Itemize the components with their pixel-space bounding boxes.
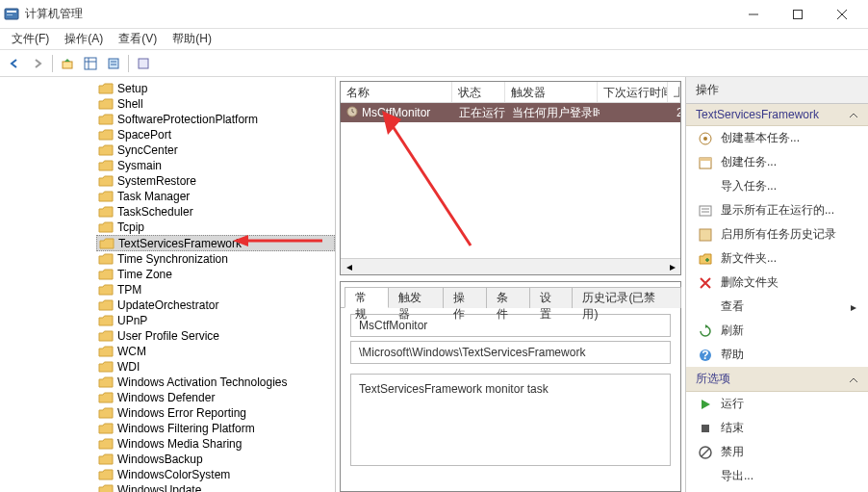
tree-item-windowscolorsystem[interactable]: WindowsColorSystem: [96, 467, 335, 482]
close-button[interactable]: [820, 0, 864, 29]
tab-triggers[interactable]: 触发器: [388, 287, 444, 308]
scroll-left-icon[interactable]: ◂: [341, 259, 357, 275]
action-run[interactable]: 运行: [686, 392, 868, 416]
action-help[interactable]: ? 帮助: [686, 343, 868, 367]
svg-text:?: ?: [702, 349, 708, 362]
forward-button[interactable]: [27, 53, 48, 74]
task-list-body[interactable]: MsCtfMonitor 正在运行 当任何用户登录时 2019: [341, 103, 680, 258]
tree-item-spaceport[interactable]: SpacePort: [96, 127, 335, 142]
tree-item-tcpip[interactable]: Tcpip: [96, 220, 335, 235]
tree-item-shell[interactable]: Shell: [96, 96, 335, 112]
tree-item-windows-filtering-platform[interactable]: Windows Filtering Platform: [96, 421, 335, 436]
tree-item-task-manager[interactable]: Task Manager: [96, 189, 335, 204]
tree-item-wcm[interactable]: WCM: [96, 344, 335, 359]
folder-icon: [98, 298, 114, 312]
scroll-right-icon[interactable]: ▸: [664, 259, 680, 275]
window-buttons: [731, 0, 864, 29]
tree-item-windowsbackup[interactable]: WindowsBackup: [96, 452, 335, 467]
view-list-button[interactable]: [80, 53, 101, 74]
chevron-right-icon: ▸: [851, 300, 856, 314]
folder-icon: [99, 237, 115, 250]
tree-item-taskscheduler[interactable]: TaskScheduler: [96, 204, 335, 220]
tree-item-windowsupdate[interactable]: WindowsUpdate: [96, 482, 335, 492]
tab-history[interactable]: 历史记录(已禁用): [572, 287, 681, 308]
action-properties[interactable]: 属性: [686, 488, 868, 492]
tree-item-label: TextServicesFramework: [118, 237, 242, 250]
col-triggers[interactable]: 触发器: [505, 82, 598, 102]
tree-item-windows-media-sharing[interactable]: Windows Media Sharing: [96, 436, 335, 452]
refresh-button[interactable]: [133, 53, 154, 74]
actions-panel1-title[interactable]: TextServicesFramework: [686, 104, 868, 126]
folder-icon: [98, 159, 114, 172]
action-import-task[interactable]: 导入任务...: [686, 174, 868, 198]
back-button[interactable]: [4, 53, 25, 74]
tree-item-synccenter[interactable]: SyncCenter: [96, 142, 335, 158]
action-delete-folder[interactable]: 删除文件夹: [686, 271, 868, 295]
menu-file[interactable]: 文件(F): [4, 29, 57, 49]
action-show-running[interactable]: 显示所有正在运行的...: [686, 198, 868, 222]
tree-item-wdi[interactable]: WDI: [96, 359, 335, 375]
tree-item-label: UPnP: [117, 314, 147, 327]
minimize-button[interactable]: [731, 0, 776, 29]
tab-content-general: MsCtfMonitor \Microsoft\Windows\TextServ…: [341, 307, 680, 491]
details-tabs: 常规 触发器 操作 条件 设置 历史记录(已禁用): [341, 282, 680, 307]
end-icon: [698, 421, 713, 436]
tab-general[interactable]: 常规: [345, 287, 389, 308]
folder-icon: [98, 406, 114, 420]
col-status[interactable]: 状态: [452, 82, 505, 102]
tree-item-windows-activation-technologies[interactable]: Windows Activation Technologies: [96, 375, 335, 390]
detail-description: TextServicesFramework monitor task: [350, 374, 671, 466]
tree-item-systemrestore[interactable]: SystemRestore: [96, 173, 335, 189]
maximize-button[interactable]: [776, 0, 820, 29]
tree-item-time-zone[interactable]: Time Zone: [96, 267, 335, 282]
tree-item-label: WindowsUpdate: [117, 483, 201, 492]
action-create-task[interactable]: 创建任务...: [686, 150, 868, 174]
actions-panel2-title[interactable]: 所选项: [686, 367, 868, 392]
task-row[interactable]: MsCtfMonitor 正在运行 当任何用户登录时 2019: [341, 103, 680, 122]
action-disable[interactable]: 禁用: [686, 440, 868, 464]
tree-item-setup[interactable]: Setup: [96, 81, 335, 96]
tree-item-label: WDI: [117, 360, 140, 374]
tree-item-sysmain[interactable]: Sysmain: [96, 158, 335, 173]
tree-item-tpm[interactable]: TPM: [96, 282, 335, 298]
tree-item-updateorchestrator[interactable]: UpdateOrchestrator: [96, 298, 335, 313]
tree-item-label: SpacePort: [117, 128, 171, 142]
tab-actions[interactable]: 操作: [443, 287, 487, 308]
tree-item-windows-error-reporting[interactable]: Windows Error Reporting: [96, 405, 335, 421]
tree-item-user-profile-service[interactable]: User Profile Service: [96, 328, 335, 344]
tab-settings[interactable]: 设置: [529, 287, 574, 308]
tree-item-upnp[interactable]: UPnP: [96, 313, 335, 328]
up-button[interactable]: [57, 53, 78, 74]
action-refresh[interactable]: 刷新: [686, 319, 868, 343]
folder-icon: [98, 360, 114, 374]
tab-conditions[interactable]: 条件: [486, 287, 530, 308]
action-enable-history[interactable]: 启用所有任务历史记录: [686, 222, 868, 246]
action-view[interactable]: 查看 ▸: [686, 295, 868, 319]
task-icon: [346, 106, 358, 120]
col-next-run[interactable]: 下次运行时间: [598, 82, 668, 102]
folder-icon: [98, 483, 114, 492]
tree-item-time-synchronization[interactable]: Time Synchronization: [96, 251, 335, 267]
col-name[interactable]: 名称: [341, 82, 452, 102]
horizontal-scrollbar[interactable]: ◂ ▸: [341, 258, 680, 274]
properties-button[interactable]: [103, 53, 124, 74]
action-create-basic-task[interactable]: 创建基本任务...: [686, 126, 868, 150]
menu-help[interactable]: 帮助(H): [165, 29, 219, 49]
tree-item-textservicesframework[interactable]: TextServicesFramework: [96, 235, 335, 251]
tree-item-softwareprotectionplatform[interactable]: SoftwareProtectionPlatform: [96, 112, 335, 127]
action-end[interactable]: 结束: [686, 416, 868, 440]
folder-tree[interactable]: SetupShellSoftwareProtectionPlatformSpac…: [4, 81, 335, 492]
folder-icon: [98, 422, 114, 435]
tree-item-windows-defender[interactable]: Windows Defender: [96, 390, 335, 405]
folder-icon: [98, 329, 114, 343]
tree-item-label: Windows Defender: [117, 391, 215, 404]
tree-item-label: Shell: [117, 97, 143, 111]
menu-action[interactable]: 操作(A): [57, 29, 111, 49]
menu-view[interactable]: 查看(V): [111, 29, 165, 49]
action-new-folder[interactable]: 新文件夹...: [686, 246, 868, 271]
action-export[interactable]: 导出...: [686, 464, 868, 488]
actions-panel: 操作 TextServicesFramework 创建基本任务... 创建任务.…: [686, 77, 868, 492]
new-folder-icon: [698, 251, 713, 267]
folder-icon: [98, 268, 114, 281]
col-last[interactable]: 上次: [668, 82, 680, 102]
